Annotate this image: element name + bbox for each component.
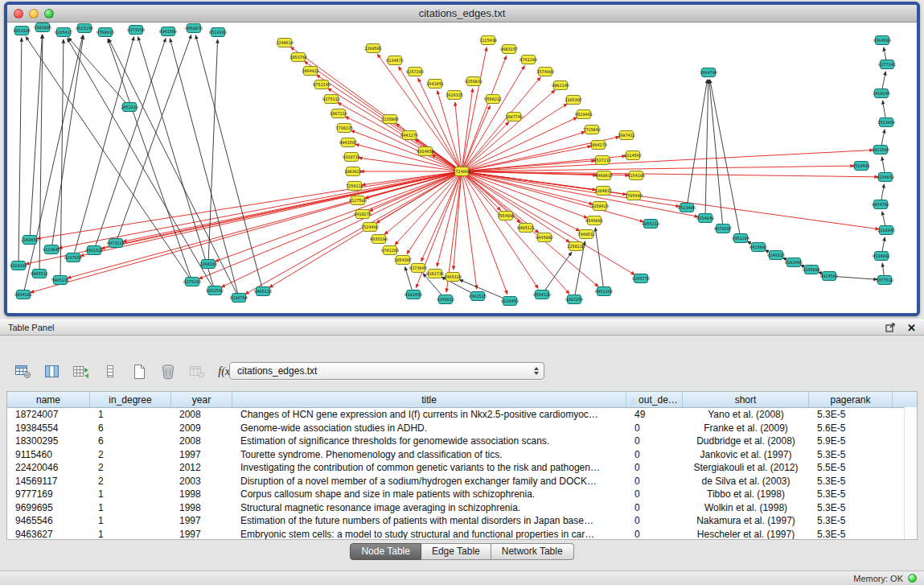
network-node[interactable]: 8134650	[877, 173, 894, 182]
table-row[interactable]: 1872400712008Changes of HCN gene express…	[7, 408, 917, 422]
network-node[interactable]: 7256114	[346, 182, 363, 191]
network-node[interactable]: 9164503	[873, 36, 891, 45]
network-node[interactable]: 1210345	[877, 226, 895, 235]
table-row[interactable]: 946554611997Estimation of the future num…	[7, 514, 917, 528]
network-node[interactable]: 8341509	[159, 27, 177, 36]
network-node[interactable]: 8941507	[339, 138, 357, 147]
network-node[interactable]: 1418245	[873, 89, 890, 98]
network-node[interactable]: 1853764	[290, 53, 307, 62]
network-node[interactable]: 8451263	[595, 287, 613, 296]
network-node[interactable]: 1125438	[479, 36, 497, 45]
network-node[interactable]: 5905135	[51, 276, 69, 285]
table-row[interactable]: 969969511998Structural magnetic resonanc…	[7, 501, 917, 515]
network-node[interactable]: 1377510	[876, 276, 893, 285]
vertical-scrollbar[interactable]	[904, 407, 917, 539]
network-node[interactable]: 9055213	[642, 220, 659, 229]
network-node[interactable]: 1574903	[536, 68, 554, 76]
network-node[interactable]: 9273158	[127, 26, 145, 35]
network-node[interactable]: 2204817	[594, 187, 612, 196]
network-node[interactable]: 8127503	[349, 196, 367, 205]
delete-table-icon[interactable]	[158, 361, 179, 382]
tab-edge-table[interactable]: Edge Table	[421, 543, 491, 560]
network-node[interactable]: 8513406	[678, 204, 696, 212]
network-node[interactable]: 8635190	[370, 235, 388, 244]
network-node[interactable]: 9275112	[322, 95, 340, 104]
column-header-out_degree[interactable]: △out_de…	[626, 392, 683, 407]
network-node[interactable]: 1054387	[394, 256, 412, 265]
network-node[interactable]: 8134672	[386, 56, 404, 65]
tab-network-table[interactable]: Network Table	[491, 543, 574, 560]
column-header-year[interactable]: year	[171, 392, 232, 407]
network-node[interactable]: 8905512	[31, 270, 48, 278]
network-node[interactable]: 9182736	[426, 270, 444, 278]
network-node[interactable]: 1268103	[199, 260, 217, 269]
network-node[interactable]: 8192450	[405, 290, 422, 299]
network-node[interactable]: 1724093	[453, 167, 470, 176]
network-node[interactable]: 8095121	[517, 224, 535, 233]
table-row[interactable]: 1456911722003Disruption of a novel membe…	[7, 475, 917, 488]
network-node[interactable]: 8361525	[469, 292, 487, 301]
network-node[interactable]: 9561328	[85, 246, 103, 255]
network-node[interactable]: 2135805	[381, 115, 399, 124]
network-node[interactable]: 1067216	[330, 109, 347, 118]
network-node[interactable]: 8752143	[313, 80, 331, 89]
close-panel-icon[interactable]: ✕	[907, 323, 916, 333]
network-node[interactable]: 8175203	[183, 278, 201, 286]
network-node[interactable]: 7465328	[444, 273, 462, 282]
network-node[interactable]: 8130764	[230, 294, 248, 303]
network-node[interactable]: 9261542	[206, 286, 224, 295]
network-node[interactable]: 2185307	[565, 96, 582, 105]
edit-table-icon[interactable]	[71, 361, 92, 382]
network-node[interactable]: 1053105	[13, 27, 31, 35]
network-node[interactable]: 8924502	[820, 272, 838, 281]
column-header-short[interactable]: short	[683, 392, 809, 407]
network-node[interactable]: 9320718	[343, 153, 360, 162]
table-row[interactable]: 1938455462009Genome-wide association stu…	[7, 422, 917, 435]
network-node[interactable]: 2064912	[302, 67, 319, 76]
network-node[interactable]: 8760413	[97, 28, 114, 37]
network-node[interactable]: 2260581	[364, 44, 382, 53]
network-node[interactable]: 1021503	[872, 146, 889, 154]
table-row[interactable]: 977716911998Corpus callosum shape and si…	[7, 488, 917, 501]
network-node[interactable]: 2051310	[121, 103, 138, 112]
network-graph[interactable]: 1724093224861418537642064912875214392751…	[7, 23, 917, 314]
network-node[interactable]: 9245098	[803, 266, 820, 274]
close-button[interactable]	[14, 9, 23, 19]
network-node[interactable]: 9277341	[878, 60, 896, 69]
network-node[interactable]: 9182005	[34, 23, 51, 32]
zoom-button[interactable]	[44, 9, 54, 19]
network-node[interactable]: 9245013	[437, 295, 454, 304]
table-select[interactable]: citations_edges.txt	[229, 362, 544, 380]
network-node[interactable]: 8534120	[533, 290, 551, 299]
network-node[interactable]: 1258110	[567, 242, 585, 251]
network-node[interactable]: 8679197	[714, 225, 732, 233]
network-node[interactable]: 9515234	[76, 24, 93, 33]
network-node[interactable]: 8415092	[749, 243, 767, 252]
network-node[interactable]: 8546091	[585, 216, 603, 225]
network-node[interactable]: 9154049	[696, 214, 714, 223]
network-node[interactable]: 7738225	[335, 124, 353, 133]
network-node[interactable]: 2160650	[21, 236, 39, 245]
network-window-titlebar[interactable]: citations_edges.txt	[7, 5, 917, 23]
column-header-in_degree[interactable]: in_degree	[90, 392, 171, 407]
network-node[interactable]: 7715842	[583, 126, 601, 134]
network-node[interactable]: 1697743	[505, 113, 523, 122]
network-node[interactable]: 1697412	[618, 131, 635, 140]
network-node[interactable]: 1513958	[877, 118, 895, 127]
network-node[interactable]: 8460915	[595, 171, 613, 180]
network-node[interactable]: 8154109	[627, 171, 645, 180]
network-node[interactable]: 9246315	[767, 251, 785, 260]
network-node[interactable]: 8514263	[209, 28, 227, 37]
network-node[interactable]: 9450876	[185, 24, 203, 33]
network-node[interactable]: 9537218	[593, 156, 611, 165]
tab-node-table[interactable]: Node Table	[350, 543, 421, 560]
network-node[interactable]: 1642051	[426, 80, 444, 89]
network-node[interactable]: 9318203	[10, 262, 27, 270]
table-row[interactable]: 911546021997Tourette syndrome. Phenomeno…	[7, 448, 917, 462]
network-node[interactable]: 9741283	[381, 246, 399, 255]
minimize-button[interactable]	[29, 9, 39, 19]
network-node[interactable]: 9314650	[417, 147, 434, 156]
network-node[interactable]: 9263154	[565, 295, 583, 304]
network-node[interactable]: 7705493	[625, 192, 643, 200]
network-node[interactable]: 1664794	[700, 68, 717, 77]
